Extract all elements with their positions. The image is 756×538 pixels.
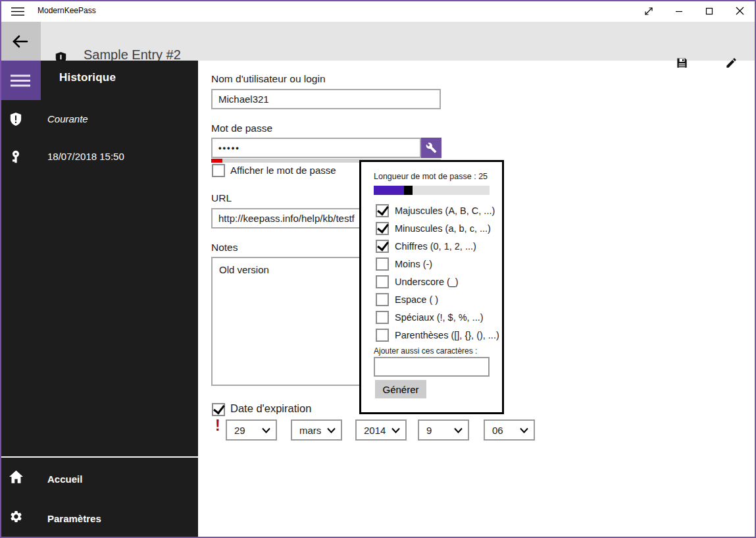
generator-option-underscore[interactable]: Underscore (_) xyxy=(361,275,502,290)
chevron-down-icon xyxy=(327,427,336,433)
history-item-label: Courante xyxy=(47,113,88,124)
titlebar-hamburger-icon[interactable] xyxy=(9,5,26,18)
generator-option-minus[interactable]: Moins (-) xyxy=(361,257,502,272)
checkbox[interactable] xyxy=(376,275,389,288)
expiration-day-select[interactable]: 29 xyxy=(226,419,277,441)
username-input[interactable] xyxy=(211,89,441,109)
additional-chars-label: Ajouter aussi ces caractères : xyxy=(374,346,477,356)
password-generator-popup: Longueur de mot de passe : 25 Majuscules… xyxy=(359,160,504,414)
sidebar-item-label: Paramètres xyxy=(47,513,101,524)
minimize-button[interactable] xyxy=(664,1,694,20)
checkbox[interactable] xyxy=(376,311,389,324)
generator-option-digits[interactable]: Chiffres (0, 1, 2, ...) xyxy=(361,240,502,254)
gear-icon xyxy=(9,509,23,524)
slider-fill xyxy=(374,186,404,195)
checkbox[interactable] xyxy=(376,222,389,235)
generator-option-special[interactable]: Spéciaux (!, $, %, ...) xyxy=(361,311,502,325)
password-length-slider[interactable] xyxy=(374,186,490,195)
home-icon xyxy=(9,470,23,484)
select-value: 9 xyxy=(419,425,454,436)
shield-icon xyxy=(9,112,23,126)
wrench-icon xyxy=(426,142,437,153)
generator-option-lowercase[interactable]: Minuscules (a, b, c, ...) xyxy=(361,222,502,236)
option-label: Chiffres (0, 1, 2, ...) xyxy=(395,241,476,252)
notes-label: Notes xyxy=(211,242,238,254)
chevron-down-icon xyxy=(454,427,463,433)
checkbox[interactable] xyxy=(376,293,389,306)
generator-option-space[interactable]: Espace ( ) xyxy=(361,293,502,308)
show-password-checkbox[interactable] xyxy=(212,164,225,177)
url-label: URL xyxy=(211,192,232,204)
maximize-button[interactable] xyxy=(694,1,724,20)
expiration-label: Date d'expiration xyxy=(230,402,311,415)
save-icon xyxy=(676,57,688,69)
checkbox[interactable] xyxy=(376,257,389,271)
expiration-checkbox[interactable] xyxy=(212,403,225,416)
sidebar-title: Historique xyxy=(59,71,116,84)
titlebar: ModernKeePass xyxy=(0,0,756,22)
key-icon xyxy=(9,149,23,164)
edit-button[interactable] xyxy=(718,49,744,76)
history-item-dated[interactable]: 18/07/2018 15:50 xyxy=(0,149,198,178)
chevron-down-icon xyxy=(262,427,270,433)
checkbox[interactable] xyxy=(376,240,389,253)
option-label: Minuscules (a, b, c, ...) xyxy=(395,223,491,234)
app-title: ModernKeePass xyxy=(38,0,96,22)
sidebar-divider xyxy=(0,456,198,458)
password-generator-button[interactable] xyxy=(421,138,441,158)
option-label: Parenthèses ([], {}, (), ...) xyxy=(395,330,499,340)
chevron-down-icon xyxy=(391,427,400,433)
back-arrow-icon xyxy=(13,35,28,48)
select-value: 29 xyxy=(227,425,262,436)
chevron-down-icon xyxy=(520,427,528,433)
select-value: 2014 xyxy=(357,425,391,436)
close-icon xyxy=(736,7,744,15)
minimize-icon xyxy=(675,7,683,15)
select-value: 06 xyxy=(485,425,520,436)
expiration-hour-select[interactable]: 9 xyxy=(418,419,469,441)
entry-header: Sample Entry #2 sample xyxy=(0,22,756,61)
generator-option-uppercase[interactable]: Majuscules (A, B, C, ...) xyxy=(361,204,502,219)
option-label: Spéciaux (!, $, %, ...) xyxy=(395,312,484,323)
history-item-label: 18/07/2018 15:50 xyxy=(47,151,124,162)
password-input[interactable] xyxy=(211,138,421,158)
expiration-minute-select[interactable]: 06 xyxy=(484,419,535,441)
history-item-current[interactable]: Courante xyxy=(0,112,198,141)
sidebar-item-settings[interactable]: Paramètres xyxy=(0,509,198,538)
checkbox[interactable] xyxy=(376,329,389,342)
maximize-icon xyxy=(705,7,713,15)
generator-option-brackets[interactable]: Parenthèses ([], {}, (), ...) xyxy=(361,329,502,343)
expiration-month-select[interactable]: mars xyxy=(291,419,342,441)
nav-hamburger-button[interactable] xyxy=(0,61,41,100)
show-password-label: Afficher le mot de passe xyxy=(230,165,336,176)
expiration-year-select[interactable]: 2014 xyxy=(355,419,407,441)
history-sidebar: Historique Courante 18/07/2018 15:50 Acc… xyxy=(0,61,198,538)
username-label: Nom d'utilisateur ou login xyxy=(211,73,326,85)
generate-button[interactable]: Générer xyxy=(375,380,426,398)
app-window: ModernKeePass xyxy=(0,0,756,538)
back-button[interactable] xyxy=(0,22,41,61)
expired-warning-icon: ! xyxy=(215,417,220,435)
hamburger-icon xyxy=(11,74,30,87)
password-length-value: 25 xyxy=(478,172,488,181)
option-label: Majuscules (A, B, C, ...) xyxy=(395,205,495,216)
additional-chars-input[interactable] xyxy=(374,357,490,377)
password-length-label: Longueur de mot de passe : 25 xyxy=(374,172,488,181)
sidebar-item-label: Accueil xyxy=(47,473,82,485)
password-label: Mot de passe xyxy=(211,122,272,134)
pencil-icon xyxy=(725,57,738,69)
password-strength-fill xyxy=(211,159,222,163)
resize-diagonal-icon xyxy=(643,6,654,16)
option-label: Espace ( ) xyxy=(395,294,438,305)
select-value: mars xyxy=(292,425,327,436)
close-button[interactable] xyxy=(724,1,755,20)
checkbox[interactable] xyxy=(376,204,389,217)
sidebar-item-home[interactable]: Accueil xyxy=(0,470,198,498)
fullscreen-button[interactable] xyxy=(634,1,664,20)
save-button[interactable] xyxy=(668,49,695,76)
option-label: Underscore (_) xyxy=(395,277,459,287)
option-label: Moins (-) xyxy=(395,259,432,269)
